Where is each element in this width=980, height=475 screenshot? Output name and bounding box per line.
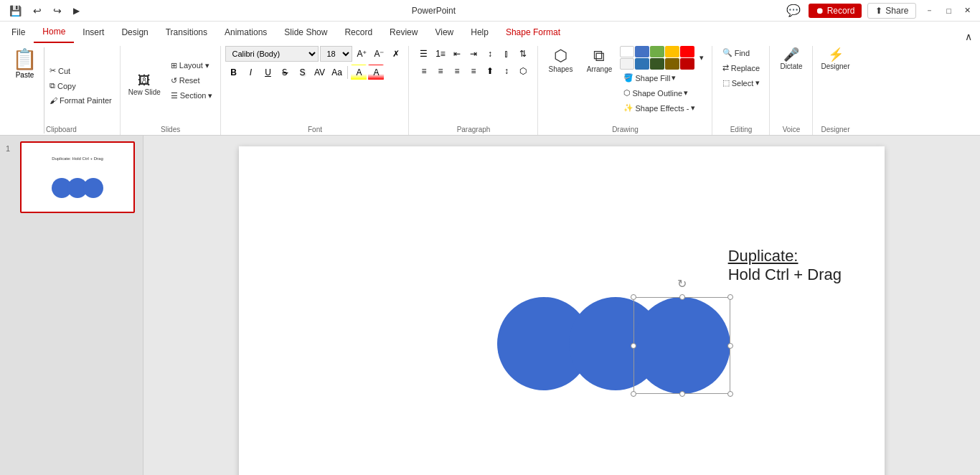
char-spacing-button[interactable]: AV: [311, 65, 327, 80]
strikethrough-button[interactable]: S̶: [277, 65, 293, 80]
tab-view[interactable]: View: [426, 22, 462, 43]
select-button[interactable]: ⬚ Select ▾: [719, 76, 764, 90]
clear-format-button[interactable]: ✗: [388, 46, 404, 62]
handle-mid-left[interactable]: [631, 343, 636, 349]
close-button[interactable]: ✕: [961, 4, 974, 17]
handle-top-left[interactable]: [631, 294, 636, 300]
voice-group: 🎤 Dictate Voice: [770, 46, 813, 135]
quick-styles-more-button[interactable]: ▾: [696, 51, 707, 65]
tab-record[interactable]: Record: [336, 22, 381, 43]
style-swatch-8[interactable]: [650, 58, 664, 70]
new-slide-button[interactable]: 🖼 New Slide: [125, 72, 164, 99]
tab-slideshow[interactable]: Slide Show: [275, 22, 336, 43]
font-color-button[interactable]: A: [368, 65, 384, 80]
copy-button[interactable]: ⧉ Copy: [46, 79, 116, 93]
tab-file[interactable]: File: [3, 22, 34, 43]
tab-help[interactable]: Help: [462, 22, 497, 43]
text-direction-button[interactable]: ⬆: [482, 63, 498, 79]
tab-shapeformat[interactable]: Shape Format: [497, 22, 569, 43]
handle-bottom-center[interactable]: [679, 391, 685, 397]
rotation-handle[interactable]: ↻: [677, 277, 687, 291]
dictate-button[interactable]: 🎤 Dictate: [776, 46, 806, 73]
style-swatch-9[interactable]: [665, 58, 679, 70]
tab-animations[interactable]: Animations: [216, 22, 275, 43]
comment-button[interactable]: 💬: [784, 1, 803, 19]
slide-canvas[interactable]: Duplicate: Hold Ctrl + Drag ↻: [239, 146, 885, 475]
style-swatch-5[interactable]: [680, 46, 694, 57]
maximize-button[interactable]: □: [943, 4, 955, 17]
grow-font-button[interactable]: A⁺: [354, 46, 369, 62]
save-button[interactable]: 💾: [6, 3, 25, 19]
format-painter-button[interactable]: 🖌 Format Painter: [46, 94, 116, 107]
align-left-button[interactable]: ≡: [416, 63, 432, 79]
tab-transitions[interactable]: Transitions: [157, 22, 216, 43]
italic-button[interactable]: I: [242, 65, 258, 80]
font-name-select[interactable]: Calibri (Body): [225, 46, 319, 62]
find-button[interactable]: 🔍 Find: [719, 46, 753, 60]
columns-button[interactable]: ⫿: [499, 46, 514, 62]
sort-button[interactable]: ⇅: [515, 46, 531, 62]
replace-button[interactable]: ⇄ Replace: [719, 61, 763, 75]
redo-button[interactable]: ↪: [50, 3, 65, 19]
tab-design[interactable]: Design: [113, 22, 156, 43]
dictate-icon: 🎤: [783, 48, 799, 61]
app-title: PowerPoint: [412, 6, 456, 16]
duplicate-title: Duplicate:: [728, 247, 842, 265]
justify-button[interactable]: ≡: [466, 63, 481, 79]
paste-button[interactable]: 📋 Paste: [7, 46, 42, 83]
present-button[interactable]: ▶: [70, 4, 83, 18]
collapse-ribbon-button[interactable]: ∧: [960, 30, 977, 43]
handle-top-right[interactable]: [727, 294, 733, 300]
shadow-button[interactable]: S: [294, 65, 310, 80]
layout-button[interactable]: ⊞ Layout ▾: [167, 59, 217, 72]
tab-review[interactable]: Review: [381, 22, 426, 43]
numbering-button[interactable]: 1≡: [433, 46, 448, 62]
selected-shape-wrapper[interactable]: ↻: [633, 297, 730, 394]
change-case-button[interactable]: Aa: [329, 65, 344, 80]
cut-button[interactable]: ✂ Cut: [46, 64, 116, 77]
reset-button[interactable]: ↺ Reset: [167, 74, 217, 88]
section-button[interactable]: ☰ Section ▾: [167, 89, 217, 103]
align-center-button[interactable]: ≡: [433, 63, 448, 79]
slide-thumbnail-1[interactable]: Duplicate: Hold Ctrl + Drag: [20, 141, 135, 213]
style-swatch-3[interactable]: [650, 46, 664, 57]
handle-mid-right[interactable]: [727, 343, 733, 349]
line-spacing-button[interactable]: ↕: [482, 46, 498, 62]
shape-effects-button[interactable]: ✨ Shape Effects - ▾: [620, 101, 707, 115]
tab-insert[interactable]: Insert: [74, 22, 113, 43]
record-button[interactable]: ⏺ Record: [809, 4, 862, 18]
style-swatch-7[interactable]: [635, 58, 649, 70]
shape-outline-button[interactable]: ⬡ Shape Outline ▾: [620, 86, 707, 100]
bullets-button[interactable]: ☰: [416, 46, 432, 62]
arrange-button[interactable]: ⧉ Arrange: [581, 46, 617, 76]
style-swatch-10[interactable]: [680, 58, 694, 70]
highlight-button[interactable]: A: [351, 65, 367, 80]
undo-button[interactable]: ↩: [29, 3, 45, 19]
underline-button[interactable]: U: [260, 65, 275, 80]
font-size-select[interactable]: 18: [320, 46, 352, 62]
style-swatch-6[interactable]: [620, 58, 634, 70]
style-swatch-4[interactable]: [665, 46, 679, 57]
shape-fill-button[interactable]: 🪣 Shape Fill ▾: [620, 71, 707, 85]
designer-button[interactable]: ⚡ Designer: [817, 46, 853, 73]
align-right-button[interactable]: ≡: [449, 63, 465, 79]
handle-bottom-left[interactable]: [631, 391, 636, 397]
increase-indent-button[interactable]: ⇥: [466, 46, 481, 62]
select-icon: ⬚: [722, 78, 730, 88]
smartart-button[interactable]: ⬡: [515, 63, 531, 79]
shapes-button[interactable]: ⬡ Shapes: [542, 46, 578, 76]
handle-bottom-right[interactable]: [727, 391, 733, 397]
align-text-button[interactable]: ↕: [499, 63, 514, 79]
share-button[interactable]: ⬆ Share: [867, 3, 916, 19]
find-icon: 🔍: [722, 48, 732, 57]
decrease-indent-button[interactable]: ⇤: [449, 46, 465, 62]
style-swatch-1[interactable]: [620, 46, 634, 57]
replace-icon: ⇄: [722, 63, 729, 72]
minimize-button[interactable]: －: [922, 3, 937, 18]
bold-button[interactable]: B: [225, 65, 241, 80]
shrink-font-button[interactable]: A⁻: [371, 46, 387, 62]
title-bar: 💾 ↩ ↪ ▶ PowerPoint 💬 ⏺ Record ⬆ Share － …: [0, 0, 980, 22]
handle-top-center[interactable]: [679, 294, 685, 300]
style-swatch-2[interactable]: [635, 46, 649, 57]
tab-home[interactable]: Home: [34, 22, 74, 43]
